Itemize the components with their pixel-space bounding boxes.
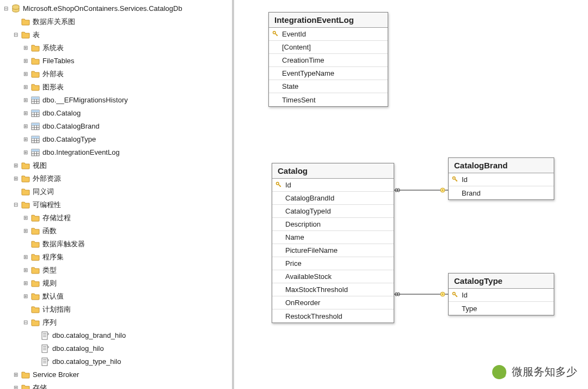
tree-item[interactable]: ⊞dbo.Catalog bbox=[0, 107, 232, 120]
tree-item-label: 图形表 bbox=[42, 81, 64, 93]
tree-item[interactable]: ⊞视图 bbox=[0, 159, 232, 172]
expand-toggle-icon[interactable]: ⊞ bbox=[22, 94, 29, 106]
tree-item[interactable]: dbo.catalog_hilo bbox=[0, 342, 232, 355]
diagram-table-catalogtype[interactable]: CatalogTypeIdType bbox=[448, 273, 554, 315]
tree-item[interactable]: 数据库触发器 bbox=[0, 238, 232, 251]
tree-item[interactable]: ⊞外部资源 bbox=[0, 172, 232, 185]
table-icon bbox=[30, 95, 40, 105]
diagram-table-integrationeventlog[interactable]: IntegrationEventLogEventId[Content]Creat… bbox=[268, 12, 388, 107]
table-column[interactable]: CatalogBrandId bbox=[272, 192, 394, 205]
expand-toggle-icon[interactable]: ⊟ bbox=[2, 3, 10, 15]
table-column[interactable]: Id bbox=[449, 173, 554, 186]
diagram-table-catalogbrand[interactable]: CatalogBrandIdBrand bbox=[448, 157, 554, 200]
column-name: Id bbox=[462, 291, 474, 299]
svg-rect-18 bbox=[32, 123, 39, 125]
tree-item[interactable]: ⊟表 bbox=[0, 28, 232, 41]
folder-icon bbox=[30, 305, 40, 314]
table-column[interactable]: EventTypeName bbox=[269, 67, 388, 80]
tree-item[interactable]: ⊟Microsoft.eShopOnContainers.Services.Ca… bbox=[0, 2, 232, 15]
expand-toggle-icon[interactable]: ⊞ bbox=[22, 251, 29, 263]
tree-item[interactable]: ⊞规则 bbox=[0, 277, 232, 290]
table-column[interactable]: EventId bbox=[269, 28, 388, 41]
expand-toggle-icon[interactable]: ⊞ bbox=[22, 277, 29, 289]
folder-icon bbox=[30, 239, 40, 249]
tree-item[interactable]: ⊞默认值 bbox=[0, 290, 232, 303]
tree-item[interactable]: ⊞系统表 bbox=[0, 41, 232, 54]
tree-item[interactable]: dbo.catalog_type_hilo bbox=[0, 355, 232, 368]
folder-icon bbox=[21, 200, 30, 210]
tree-item[interactable]: ⊟序列 bbox=[0, 316, 232, 329]
tree-item[interactable]: ⊞dbo.IntegrationEventLog bbox=[0, 146, 232, 159]
table-column[interactable]: Id bbox=[272, 179, 394, 192]
tree-item[interactable]: ⊞程序集 bbox=[0, 251, 232, 264]
tree-item[interactable]: ⊟可编程性 bbox=[0, 198, 232, 211]
expand-toggle-icon[interactable]: ⊞ bbox=[22, 55, 29, 67]
table-column[interactable]: MaxStockThreshold bbox=[272, 283, 394, 296]
table-column[interactable]: TimesSent bbox=[269, 93, 388, 106]
expand-toggle-icon[interactable]: ⊞ bbox=[22, 107, 29, 119]
tree-item[interactable]: ⊞函数 bbox=[0, 224, 232, 238]
expand-toggle-icon[interactable]: ⊞ bbox=[22, 290, 29, 302]
tree-item-label: 存储 bbox=[33, 382, 47, 389]
object-explorer-tree[interactable]: ⊟Microsoft.eShopOnContainers.Services.Ca… bbox=[0, 0, 234, 389]
tree-item[interactable]: ⊞dbo.CatalogType bbox=[0, 133, 232, 146]
expand-toggle-icon[interactable]: ⊞ bbox=[22, 147, 29, 159]
tree-item-label: dbo.catalog_hilo bbox=[52, 343, 104, 355]
expand-toggle-icon[interactable]: ⊞ bbox=[12, 382, 20, 389]
tree-item-label: 外部资源 bbox=[33, 173, 61, 185]
tree-item[interactable]: ⊞类型 bbox=[0, 264, 232, 277]
table-icon bbox=[30, 148, 40, 157]
tree-item[interactable]: ⊞外部表 bbox=[0, 68, 232, 81]
svg-point-35 bbox=[440, 188, 445, 192]
table-column[interactable]: Type bbox=[449, 302, 554, 315]
tree-item[interactable]: dbo.catalog_brand_hilo bbox=[0, 329, 232, 342]
table-column[interactable]: Price bbox=[272, 257, 394, 270]
expand-toggle-icon[interactable]: ⊟ bbox=[12, 199, 20, 211]
table-column[interactable]: CatalogTypeId bbox=[272, 205, 394, 218]
expand-toggle-icon[interactable]: ⊟ bbox=[22, 317, 29, 329]
table-column[interactable]: CreationTime bbox=[269, 54, 388, 67]
key-icon bbox=[449, 176, 462, 184]
expand-toggle-icon[interactable]: ⊟ bbox=[12, 29, 20, 41]
expand-toggle-icon[interactable]: ⊞ bbox=[22, 42, 29, 54]
table-column[interactable]: Id bbox=[449, 289, 554, 302]
tree-item[interactable]: 数据库关系图 bbox=[0, 15, 232, 28]
table-column[interactable]: AvailableStock bbox=[272, 270, 394, 283]
tree-item[interactable]: ⊞存储过程 bbox=[0, 211, 232, 224]
tree-item-label: 类型 bbox=[42, 264, 57, 276]
expand-toggle-icon[interactable]: ⊞ bbox=[12, 160, 20, 172]
tree-item[interactable]: ⊞FileTables bbox=[0, 54, 232, 68]
tree-item[interactable]: ⊞存储 bbox=[0, 381, 232, 389]
table-column[interactable]: [Content] bbox=[269, 41, 388, 54]
table-column[interactable]: PictureFileName bbox=[272, 244, 394, 257]
table-icon bbox=[30, 135, 40, 144]
column-name: OnReorder bbox=[285, 299, 327, 307]
watermark: 微服务知多少 bbox=[492, 364, 577, 379]
table-column[interactable]: OnReorder bbox=[272, 296, 394, 309]
expand-toggle-icon[interactable]: ⊞ bbox=[22, 68, 29, 80]
tree-item[interactable]: ⊞图形表 bbox=[0, 81, 232, 94]
expand-toggle-icon[interactable]: ⊞ bbox=[22, 133, 29, 145]
column-name: RestockThreshold bbox=[285, 312, 349, 320]
folder-icon bbox=[21, 383, 30, 389]
expand-toggle-icon[interactable]: ⊞ bbox=[22, 264, 29, 276]
table-column[interactable]: Description bbox=[272, 218, 394, 231]
tree-item[interactable]: 同义词 bbox=[0, 185, 232, 198]
tree-item[interactable]: ⊞dbo.__EFMigrationsHistory bbox=[0, 94, 232, 107]
folder-icon bbox=[21, 161, 30, 171]
table-column[interactable]: RestockThreshold bbox=[272, 309, 394, 323]
tree-item[interactable]: ⊞dbo.CatalogBrand bbox=[0, 120, 232, 133]
expand-toggle-icon[interactable]: ⊞ bbox=[22, 120, 29, 132]
table-column[interactable]: Brand bbox=[449, 186, 554, 199]
expand-toggle-icon[interactable]: ⊞ bbox=[12, 369, 20, 381]
expand-toggle-icon[interactable]: ⊞ bbox=[22, 212, 29, 224]
folder-icon bbox=[30, 291, 40, 301]
expand-toggle-icon[interactable]: ⊞ bbox=[22, 81, 29, 93]
expand-toggle-icon[interactable]: ⊞ bbox=[12, 173, 20, 185]
tree-item[interactable]: 计划指南 bbox=[0, 303, 232, 316]
table-column[interactable]: State bbox=[269, 80, 388, 93]
expand-toggle-icon[interactable]: ⊞ bbox=[22, 225, 29, 237]
tree-item[interactable]: ⊞Service Broker bbox=[0, 368, 232, 381]
table-column[interactable]: Name bbox=[272, 231, 394, 244]
diagram-table-catalog[interactable]: CatalogIdCatalogBrandIdCatalogTypeIdDesc… bbox=[272, 163, 394, 323]
